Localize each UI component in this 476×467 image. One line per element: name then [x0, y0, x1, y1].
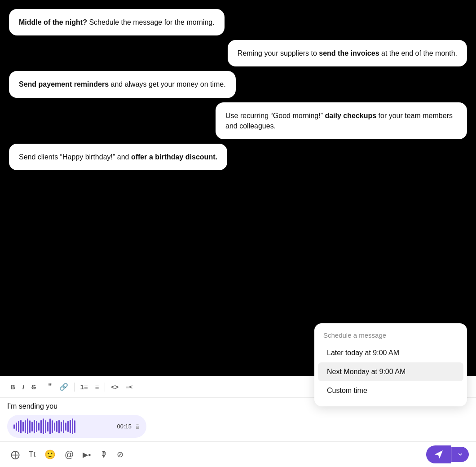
chevron-down-icon	[457, 451, 463, 458]
emoji-button[interactable]: 🙂	[41, 446, 59, 463]
schedule-items-container: Later today at 9:00 AMNext Monday at 9:0…	[314, 344, 467, 400]
audio-close-button[interactable]: ⩰	[136, 423, 140, 431]
schedule-popup-title: Schedule a message	[314, 330, 467, 344]
attachment-button[interactable]: ⊘	[113, 446, 127, 463]
bubble3: Send payement reminders and always get y…	[9, 71, 236, 97]
schedule-item-custom-time[interactable]: Custom time	[318, 381, 463, 400]
toolbar-divider-2	[74, 383, 75, 392]
bottom-toolbar: ⨁ Tt 🙂 @ ▶▪ 🎙 ⊘	[0, 441, 476, 467]
toolbar-divider-3	[105, 383, 105, 392]
bubble4: Use recurring “Good morning!” daily chec…	[216, 102, 467, 139]
bottom-left-buttons: ⨁ Tt 🙂 @ ▶▪ 🎙 ⊘	[7, 446, 426, 463]
schedule-item-later-today[interactable]: Later today at 9:00 AM	[318, 344, 463, 362]
audio-bar: 00:15 ⩰	[7, 415, 146, 438]
bubble5: Send clients “Happy birthday!” and offer…	[9, 144, 227, 170]
text-style-button[interactable]: Tt	[25, 446, 39, 463]
mic-button[interactable]: 🎙	[96, 446, 111, 463]
waveform	[13, 419, 112, 434]
quote-button[interactable]: "	[45, 380, 55, 394]
mention-button[interactable]: @	[61, 446, 77, 463]
ordered-list-button[interactable]: 1≡	[77, 381, 91, 393]
italic-button[interactable]: I	[19, 381, 27, 393]
send-dropdown-button[interactable]	[451, 447, 469, 462]
strikethrough-button[interactable]: S	[28, 381, 39, 393]
send-group	[426, 445, 469, 463]
send-icon	[434, 450, 443, 459]
bubble1: Middle of the night? Schedule the messag…	[9, 9, 225, 35]
link-button[interactable]: 🔗	[56, 380, 71, 393]
schedule-popup: Schedule a message Later today at 9:00 A…	[314, 323, 467, 406]
bold-button[interactable]: B	[7, 381, 18, 393]
audio-time: 00:15	[117, 423, 132, 430]
code-block-button[interactable]: ≡<	[123, 381, 136, 392]
code-button[interactable]: <>	[108, 381, 121, 393]
bubble2: Reming your suppliers to send the invoic…	[228, 40, 467, 66]
toolbar-divider-1	[42, 383, 42, 392]
send-button[interactable]	[426, 445, 451, 463]
schedule-item-next-monday[interactable]: Next Monday at 9:00 AM	[318, 362, 463, 381]
add-button[interactable]: ⨁	[7, 446, 23, 463]
gif-button[interactable]: ▶▪	[79, 446, 94, 463]
unordered-list-button[interactable]: ≡	[92, 381, 102, 393]
